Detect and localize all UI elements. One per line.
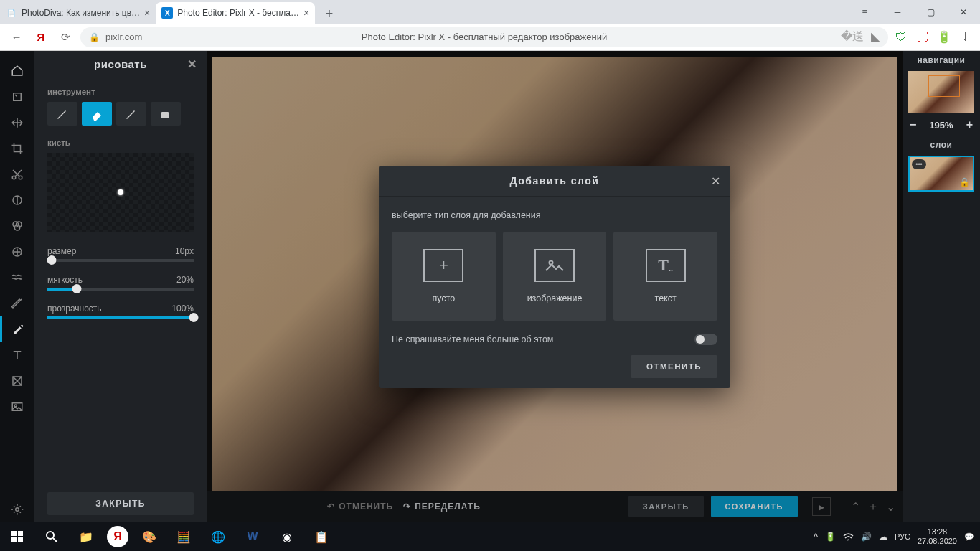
nav-panel-title: навигации [903, 55, 980, 65]
modal-cancel-button[interactable]: ОТМЕНИТЬ [631, 355, 717, 378]
tray-battery-icon[interactable]: 🔋 [825, 532, 836, 542]
opacity-value: 100% [171, 303, 194, 314]
language-indicator[interactable]: РУС [895, 532, 910, 541]
paperplane-icon[interactable]: �送 [841, 29, 864, 44]
modal-overlay: Добавить слой ✕ выберите тип слоя для до… [207, 51, 903, 522]
instrument-label: инструмент [47, 88, 194, 96]
zoom-value: 195% [929, 120, 953, 131]
tab-title: PhotoDiva: Как изменить цв… [22, 8, 140, 18]
pen-tool-button[interactable] [47, 102, 77, 126]
taskbar-clock[interactable]: 13:28 27.08.2020 [918, 527, 957, 546]
browser-tab-bar: 📄 PhotoDiva: Как изменить цв… × X Photo … [0, 0, 980, 24]
calculator-icon[interactable]: 🧮 [166, 522, 201, 551]
word-icon[interactable]: W [235, 522, 270, 551]
size-slider[interactable] [47, 259, 194, 262]
size-value: 10px [175, 246, 194, 256]
cut-tool-icon[interactable] [0, 161, 34, 187]
layer-options-icon[interactable]: ••• [912, 159, 926, 169]
opacity-slider[interactable] [47, 316, 194, 319]
app-icon[interactable]: ◉ [270, 522, 304, 551]
svg-point-11 [16, 508, 19, 512]
retouch-tool-icon[interactable] [0, 291, 34, 316]
svg-rect-14 [11, 531, 17, 536]
liquify-tool-icon[interactable] [0, 265, 34, 291]
bucket-tool-button[interactable] [151, 102, 181, 126]
battery-icon[interactable]: 🔋 [937, 30, 951, 44]
tray-volume-icon[interactable]: 🔊 [861, 532, 872, 542]
element-tool-icon[interactable] [0, 368, 34, 394]
browser-menu-button[interactable]: ≡ [848, 0, 881, 24]
tab-title: Photo Editor: Pixlr X - беспла… [177, 8, 299, 18]
window-close-button[interactable]: ✕ [947, 0, 980, 24]
nav-back-button[interactable]: ← [7, 28, 26, 47]
close-icon[interactable]: × [303, 7, 309, 19]
yandex-home-button[interactable]: Я [32, 28, 50, 47]
extension-shield-icon[interactable]: 🛡 [894, 30, 908, 44]
panel-close-icon[interactable]: ✕ [187, 57, 197, 71]
settings-icon[interactable] [0, 496, 34, 522]
tab-photodiva[interactable]: 📄 PhotoDiva: Как изменить цв… × [0, 2, 156, 24]
dont-ask-toggle[interactable] [694, 334, 717, 345]
url-text: pixlr.com [105, 32, 142, 42]
panel-close-button[interactable]: ЗАКРЫТЬ [47, 492, 194, 515]
tray-chevron-icon[interactable]: ^ [814, 532, 818, 542]
notes-icon[interactable]: 📋 [304, 522, 339, 551]
draw-tool-icon[interactable] [0, 316, 34, 342]
layers-panel-title: слои [903, 140, 980, 150]
lock-icon[interactable]: 🔒 [959, 177, 970, 187]
text-tool-icon[interactable] [0, 342, 34, 368]
address-bar: ← Я ⟳ 🔒 pixlr.com Photo Editor: Pixlr X … [0, 24, 980, 51]
yandex-browser-icon[interactable]: Я [107, 526, 128, 547]
close-icon[interactable]: × [144, 7, 150, 19]
pixlr-app: рисовать ✕ инструмент кисть размер10px м… [0, 51, 980, 522]
modal-title: Добавить слой [510, 175, 600, 187]
crop-tool-icon[interactable] [0, 136, 34, 161]
window-minimize-button[interactable]: ─ [881, 0, 914, 24]
svg-rect-0 [14, 93, 22, 101]
paint-icon[interactable]: 🎨 [132, 522, 166, 551]
filter-tool-icon[interactable] [0, 213, 34, 239]
add-image-tool-icon[interactable] [0, 394, 34, 420]
start-button[interactable] [0, 522, 34, 551]
new-tab-button[interactable]: + [319, 4, 339, 24]
eraser-tool-button[interactable] [82, 102, 112, 126]
draw-properties-panel: рисовать ✕ инструмент кисть размер10px м… [34, 51, 207, 522]
download-icon[interactable]: ⭳ [958, 30, 973, 44]
brush-label: кисть [47, 138, 194, 147]
navigator-thumbnail[interactable] [908, 71, 974, 113]
window-maximize-button[interactable]: ▢ [914, 0, 947, 24]
adjust-tool-icon[interactable] [0, 187, 34, 213]
page-description: Photo Editor: Pixlr X - бесплатный редак… [362, 32, 607, 42]
tray-wifi-icon[interactable] [843, 532, 854, 542]
layer-type-empty[interactable]: + пусто [392, 232, 496, 321]
bookmark-icon[interactable]: ◣ [871, 29, 880, 44]
layer-type-text[interactable]: T.. текст [613, 232, 717, 321]
search-button[interactable] [34, 522, 69, 551]
zoom-in-button[interactable]: + [966, 118, 973, 131]
modal-close-icon[interactable]: ✕ [711, 174, 720, 188]
svg-rect-17 [18, 537, 23, 542]
effect-tool-icon[interactable] [0, 239, 34, 265]
zoom-out-button[interactable]: − [910, 118, 916, 131]
file-explorer-icon[interactable]: 📁 [69, 522, 103, 551]
plus-square-icon: + [423, 249, 463, 282]
softness-slider[interactable] [47, 288, 194, 291]
nav-reload-button[interactable]: ⟳ [56, 28, 75, 47]
paintnet-icon[interactable]: 🌐 [201, 522, 235, 551]
url-field[interactable]: 🔒 pixlr.com Photo Editor: Pixlr X - бесп… [80, 27, 888, 47]
arrange-tool-icon[interactable] [0, 84, 34, 110]
layer-type-image[interactable]: изображение [503, 232, 607, 321]
tab-pixlr[interactable]: X Photo Editor: Pixlr X - беспла… × [156, 2, 315, 24]
lock-icon: 🔒 [89, 32, 100, 42]
brush-tool-button[interactable] [116, 102, 146, 126]
brush-preview[interactable] [47, 153, 194, 232]
opacity-label: прозрачность [47, 303, 102, 314]
notifications-icon[interactable]: 💬 [964, 532, 974, 542]
svg-point-13 [550, 261, 553, 265]
home-icon[interactable] [0, 58, 34, 84]
tray-onedrive-icon[interactable]: ☁ [879, 532, 887, 542]
layer-thumbnail[interactable]: ••• 🔒 [908, 156, 974, 192]
extension-frame-icon[interactable]: ⛶ [915, 30, 930, 44]
docs-favicon-icon: 📄 [6, 7, 17, 19]
move-tool-icon[interactable] [0, 110, 34, 136]
